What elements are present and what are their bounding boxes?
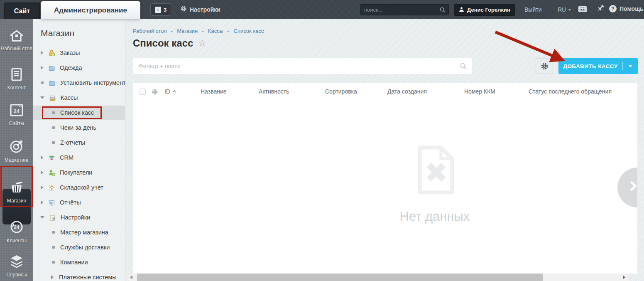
expand-right-icon[interactable] [41,66,43,70]
sidebar-item-clothes[interactable]: Одежда [33,61,125,75]
rail-item-label: Рабочий стол [0,46,33,52]
sidebar-item-reports[interactable]: Отчёты [33,195,125,210]
expand-right-icon[interactable] [41,170,43,175]
sidebar-item-install-tools[interactable]: Установить инструменты и [33,76,125,90]
expand-right-icon[interactable] [51,275,54,279]
sort-asc-icon [173,90,176,94]
sidebar-item-label: Отчёты [60,199,81,206]
column-header-created[interactable]: Дата создания [387,88,427,95]
logout-link[interactable]: Выйти [524,6,541,13]
chevron-down-icon [628,65,632,67]
gear-icon [541,62,549,70]
breadcrumb: Рабочий стол ▸ Магазин ▸ Кассы ▸ Список … [133,28,264,34]
expand-right-icon[interactable] [41,155,43,160]
column-header-last-status[interactable]: Статус последнего обращения [529,88,612,95]
notifications-button[interactable]: i 3 [150,3,171,16]
sidebar-item-label: CRM [60,154,73,161]
folder-icon [48,64,55,71]
rail-item-marketing[interactable]: Маркетинг [0,139,33,163]
breadcrumb-separator-icon: ▸ [171,29,173,33]
sidebar-item-companies[interactable]: Компании [33,255,125,269]
sidebar-item-payment-systems[interactable]: Платежные системы [33,270,125,281]
sidebar-item-label: Мастер магазина [60,229,108,236]
module-rail: Рабочий стол Контент 24 Сайты Маркетинг … [0,19,33,281]
sidebar-item-z-reports[interactable]: Z-отчеты [33,136,125,150]
sidebar-item-cash-register-list[interactable]: Список касс [33,106,125,120]
rail-item-label: Сервисы [0,272,33,278]
orders-icon [48,49,55,57]
empty-state-text: Нет данных [372,209,497,224]
select-all-checkbox[interactable] [140,89,146,95]
rail-item-shop[interactable]: Магазин [0,175,33,212]
rail-item-services[interactable]: Сервисы [0,254,33,278]
sidebar-item-daily-receipts[interactable]: Чеки за день [33,121,125,135]
help-button[interactable]: ? Помощь [609,5,644,12]
rail-item-clients[interactable]: 24 Клиенты [0,219,33,244]
sidebar-item-label: Заказы [60,49,80,56]
folder-icon [49,79,56,86]
sidebar-item-label: Покупатели [60,169,92,176]
rail-item-sites[interactable]: 24 Сайты [0,103,33,126]
topbar-settings-button[interactable]: Настройки [180,5,220,14]
sidebar-item-label: Складской учет [60,184,103,191]
breadcrumb-link[interactable]: Магазин [177,28,198,34]
rail-item-desktop[interactable]: Рабочий стол [0,29,33,52]
sidebar-item-cash-registers[interactable]: Кассы [33,91,125,105]
rail-item-content[interactable]: Контент [0,67,33,91]
expand-down-icon[interactable] [40,96,44,99]
filter-search-input[interactable] [139,58,454,74]
favorite-star-icon[interactable]: ☆ [198,38,206,49]
user-menu-button[interactable]: Денис Горелкин [454,4,515,16]
breadcrumb-link[interactable]: Кассы [208,28,223,34]
browser-24-icon: 24 [0,103,33,119]
bullet-icon [52,246,55,249]
expand-panel-button[interactable] [617,168,637,207]
add-cash-register-button[interactable]: ДОБАВИТЬ КАССУ [558,58,638,74]
hotkeys-button[interactable] [578,5,587,15]
pin-button[interactable] [596,4,605,16]
expand-right-icon[interactable] [41,200,43,205]
circle-24-icon: 24 [0,219,33,236]
column-settings-button[interactable] [152,89,158,97]
scroll-right-arrow-icon[interactable] [623,275,625,279]
sidebar-item-crm[interactable]: CRM [33,150,125,165]
sidebar-item-label: Список касс [60,109,94,116]
expand-right-icon[interactable] [41,51,43,55]
document-icon [0,67,33,83]
column-header-active[interactable]: Активность [259,88,289,95]
sidebar-item-orders[interactable]: Заказы [33,46,125,60]
scrollbar-thumb[interactable] [137,274,543,281]
grid-settings-button[interactable] [536,58,553,74]
bullet-icon [41,81,44,84]
search-input[interactable] [364,5,437,15]
expand-right-icon[interactable] [41,185,43,190]
help-label: Помощь [620,5,644,12]
sidebar-item-label: Службы доставки [60,244,110,251]
sidebar-item-settings[interactable]: Настройки [33,210,125,224]
horizontal-scrollbar[interactable] [129,274,629,281]
language-label: RU [558,6,566,13]
breadcrumb-link[interactable]: Рабочий стол [133,28,167,34]
breadcrumb-link[interactable]: Список касс [234,28,264,34]
column-header-name[interactable]: Название [201,88,227,95]
rail-item-label: Контент [0,85,33,91]
add-button-dropdown[interactable] [623,58,638,74]
user-name: Денис Горелкин [467,7,510,13]
basket-icon [0,180,33,196]
column-header-kkm[interactable]: Номер ККМ [464,88,495,95]
filter-search [133,58,472,74]
sidebar-item-delivery-services[interactable]: Службы доставки [33,240,125,254]
scroll-left-arrow-icon[interactable] [130,275,132,279]
column-header-sort[interactable]: Сортировка [325,88,357,95]
expand-down-icon[interactable] [40,216,44,219]
language-selector[interactable]: RU [558,6,571,13]
svg-text:24: 24 [14,108,20,114]
tab-administration[interactable]: Администрирование [41,1,140,19]
sidebar-item-warehouse[interactable]: Складской учет [33,180,125,195]
cash-register-grid: ID Название Активность Сортировка Дата с… [133,83,637,274]
sidebar-item-shop-wizard[interactable]: Мастер магазина [33,225,125,239]
gear-icon [152,89,158,95]
sidebar-item-customers[interactable]: Покупатели [33,165,125,180]
column-header-id[interactable]: ID [164,88,176,95]
tab-site[interactable]: Сайт [4,2,40,19]
